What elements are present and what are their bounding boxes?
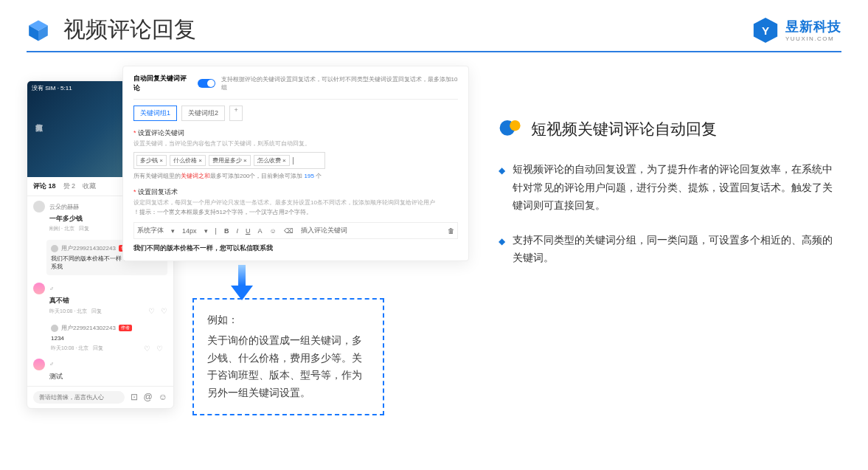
font-select[interactable]: 系统字体 (137, 226, 164, 235)
editor-toolbar: 系统字体▾ 14px▾ | B I U A ☺ ⌫ 插入评论关键词 🗑 (133, 222, 458, 239)
svg-marker-6 (231, 286, 253, 300)
brand-logo: Y 昱新科技 YUUXIN.COM (751, 16, 841, 44)
reply-button[interactable]: 回复 (79, 225, 89, 232)
header-divider (27, 51, 841, 52)
comments-tab[interactable]: 评论 18 (33, 182, 56, 191)
dislike-icon[interactable]: ♡ (161, 307, 167, 315)
insert-keyword-button[interactable]: 插入评论关键词 (301, 226, 347, 235)
chat-bubble-icon (499, 117, 522, 141)
brand-domain: YUUXIN.COM (785, 35, 841, 42)
section-title: 短视频关键词评论自动回复 (531, 119, 717, 139)
bullet-item: ◆ 支持不同类型的关键词分组，同一类问题，可设置多个相近的、高频的关键词。 (499, 231, 841, 267)
reply-button[interactable]: 回复 (91, 308, 102, 315)
keyword-chip[interactable]: 费用是多少 × (209, 155, 251, 166)
dislike-icon[interactable]: ♡ (156, 345, 163, 353)
image-icon[interactable]: ⊡ (131, 392, 138, 402)
keyword-chip[interactable]: 怎么收费 × (254, 155, 290, 166)
reply-hint: 设定回复话术，每回复一个用户评论只发送一条话术。最多支持设置10条不同话术，按添… (133, 198, 458, 207)
size-select[interactable]: 14px (182, 227, 197, 235)
emoji-button[interactable]: ☺ (269, 227, 276, 235)
color-button[interactable]: A (257, 227, 262, 235)
keyword-tab-1[interactable]: 关键词组1 (133, 106, 177, 121)
add-tab-button[interactable]: + (229, 106, 243, 121)
emoji-icon[interactable]: ☺ (159, 392, 167, 402)
cube-icon (27, 18, 50, 42)
config-panel: 自动回复关键词评论 支持根据评论的关键词设置回复话术，可以针对不同类型关键词设置… (122, 66, 469, 261)
reply-section-label: 设置回复话术 (133, 187, 458, 197)
limit-hint: ！提示：一个富文本框最多支持512个字符，一个汉字占用2个字符。 (133, 208, 458, 216)
page-title: 视频评论回复 (63, 15, 196, 45)
auto-reply-hint: 支持根据评论的关键词设置回复话术，可以针对不同类型关键词设置回复话术，最多添加1… (221, 75, 458, 91)
svg-rect-5 (238, 265, 246, 286)
italic-button[interactable]: I (236, 227, 238, 235)
avatar (33, 201, 45, 212)
comment-item: ♂ 真不错 昨天10:08 · 北京回复 ♡♡ (27, 278, 173, 319)
auto-reply-toggle[interactable] (198, 79, 215, 88)
brand-name: 昱新科技 (785, 18, 841, 35)
arrow-down-icon (229, 265, 254, 302)
diamond-icon: ◆ (499, 234, 505, 267)
keyword-section-label: 设置评论关键词 (133, 128, 458, 138)
delete-button[interactable]: 🗑 (448, 227, 454, 235)
like-icon[interactable]: ♡ (148, 307, 155, 315)
example-callout: 例如： 关于询价的设置成一组关键词，多少钱、什么价格，费用多少等。关于咨询班型、… (192, 298, 384, 415)
likes-tab[interactable]: 赞 2 (63, 182, 76, 191)
clear-button[interactable]: ⌫ (284, 227, 294, 235)
keyword-chip[interactable]: 多少钱 × (136, 155, 167, 166)
keyword-chip[interactable]: 什么价格 × (170, 155, 206, 166)
keyword-hint: 设置关键词，当评论里内容包含了以下关键词，则系统可自动回复。 (133, 139, 458, 148)
bold-button[interactable]: B (224, 227, 229, 235)
bullet-item: ◆ 短视频评论的自动回复设置，为了提升作者的评论回复效率，在系统中针对常见的评论… (499, 160, 841, 215)
like-icon[interactable]: ♡ (144, 345, 150, 353)
underline-button[interactable]: U (246, 227, 251, 235)
reply-content[interactable]: 我们不同的版本价格不一样，您可以私信联系我 (133, 243, 458, 253)
fav-tab[interactable]: 收藏 (83, 182, 96, 191)
comment-input[interactable] (33, 391, 125, 404)
diamond-icon: ◆ (499, 163, 505, 215)
nested-reply: 用户2299214302243作者 1234 昨天10:08 · 北京回复 ♡♡ (46, 322, 167, 353)
keyword-count: 所有关键词组里的关键词之和最多可添加200个，目前剩余可添加 195 个 (133, 172, 458, 180)
keyword-tab-2[interactable]: 关键词组2 (181, 106, 225, 121)
example-body: 关于询价的设置成一组关键词，多少钱、什么价格，费用多少等。关于咨询班型、版本、型… (207, 332, 369, 402)
auto-reply-label: 自动回复关键词评论 (133, 74, 192, 93)
mention-icon[interactable]: @ (144, 392, 153, 402)
keyword-input[interactable]: 多少钱 × 什么价格 × 费用是多少 × 怎么收费 × (133, 152, 325, 169)
example-head: 例如： (207, 311, 369, 329)
status-bar: 没有 SIM · 5:11 (32, 85, 72, 91)
svg-text:Y: Y (762, 24, 769, 36)
svg-point-8 (510, 120, 520, 131)
